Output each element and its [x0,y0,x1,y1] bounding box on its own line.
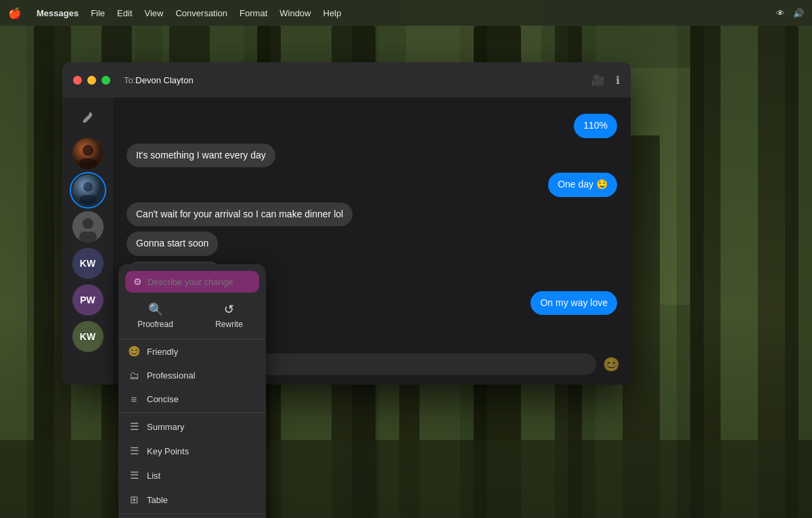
video-call-icon[interactable]: 🎥 [591,74,605,87]
ai-gear-icon: ⚙ [133,276,142,287]
title-bar: To: Devon Clayton 🎥 ℹ [62,62,631,98]
concise-label: Concise [147,394,179,404]
summary-option[interactable]: ☰ Summary [118,414,266,439]
proofread-button[interactable]: 🔍 Proofread [118,295,192,336]
emoji-button[interactable]: 😊 [603,356,620,372]
menubar-messages[interactable]: Messages [37,8,78,18]
list-icon: ☰ [128,469,140,481]
message-gonna-start: Gonna start soon [127,232,218,256]
rewrite-label: Rewrite [215,320,243,329]
info-icon[interactable]: ℹ [616,74,620,87]
svg-point-16 [83,145,93,156]
menubar-help[interactable]: Help [323,8,342,18]
ai-quick-actions: 🔍 Proofread ↻ Rewrite [118,293,266,339]
menubar-edit[interactable]: Edit [117,8,132,18]
ai-writing-popup: ⚙ 🔍 Proofread ↻ Rewrite 😊 Friendly 🗂 Pro… [118,264,266,518]
table-option[interactable]: ⊞ Table [118,488,266,512]
proofread-icon: 🔍 [148,302,163,317]
message-one-day: One day 🤤 [548,173,617,197]
ai-describe-input[interactable] [148,277,261,287]
message-on-my-way: On my way love [531,291,617,316]
close-button[interactable] [73,76,82,85]
menubar-conversation[interactable]: Conversation [175,8,227,18]
menubar-window[interactable]: Window [279,8,311,18]
summary-label: Summary [147,422,185,432]
svg-point-19 [83,182,93,192]
sidebar-contact-kw[interactable]: KW [72,248,104,279]
screen-recording-icon: 👁 [776,8,785,18]
proofread-label: Proofread [137,320,173,329]
key-points-option[interactable]: ☰ Key Points [118,439,266,463]
traffic-lights [73,76,110,85]
minimize-button[interactable] [87,76,96,85]
compose-option[interactable]: ✏ Compose... [118,515,266,518]
message-110: 110% [574,114,617,138]
message-cant-wait: Can't wait for your arrival so I can mak… [127,202,353,227]
maximize-button[interactable] [102,76,110,85]
volume-icon: 🔊 [793,8,804,18]
menubar: 🍎 Messages File Edit View Conversation F… [0,0,812,26]
menubar-format[interactable]: Format [240,8,267,18]
svg-rect-17 [79,158,97,169]
sidebar-contact-pw[interactable]: PW [72,284,104,316]
title-actions: 🎥 ℹ [591,74,620,87]
rewrite-button[interactable]: ↻ Rewrite [192,295,266,336]
menubar-file[interactable]: File [91,8,105,18]
svg-point-22 [83,218,93,229]
list-label: List [147,471,160,481]
divider-1 [118,412,266,413]
title-to-label: To: [124,75,135,85]
table-label: Table [147,495,168,505]
professional-option[interactable]: 🗂 Professional [118,364,266,387]
divider-2 [118,513,266,514]
compose-button[interactable] [76,106,100,130]
table-icon: ⊞ [128,494,140,506]
apple-menu-icon[interactable]: 🍎 [8,7,22,20]
summary-icon: ☰ [128,420,140,433]
sidebar-contact-2-active[interactable] [72,175,104,206]
concise-icon: ≡ [128,393,140,405]
svg-rect-23 [79,232,97,242]
sidebar-contact-1[interactable] [72,138,104,169]
professional-label: Professional [147,370,196,381]
friendly-label: Friendly [147,347,178,357]
professional-icon: 🗂 [128,370,140,381]
key-points-icon: ☰ [128,445,140,457]
ai-describe-bar[interactable]: ⚙ [125,271,259,293]
svg-rect-20 [80,195,96,204]
key-points-label: Key Points [147,446,189,456]
sidebar-contact-3[interactable] [72,211,104,242]
rewrite-icon: ↻ [224,302,234,317]
sidebar-contact-kw2[interactable]: KW [72,321,104,352]
menubar-view[interactable]: View [145,8,164,18]
recipient-name: Devon Clayton [135,75,193,85]
sidebar: KW PW KW [62,98,113,385]
concise-option[interactable]: ≡ Concise [118,387,266,411]
menubar-right-controls: 👁 🔊 [776,8,804,18]
friendly-option[interactable]: 😊 Friendly [118,339,266,364]
message-want-every-day: It's something I want every day [127,144,275,168]
friendly-icon: 😊 [128,345,140,358]
list-option[interactable]: ☰ List [118,463,266,488]
